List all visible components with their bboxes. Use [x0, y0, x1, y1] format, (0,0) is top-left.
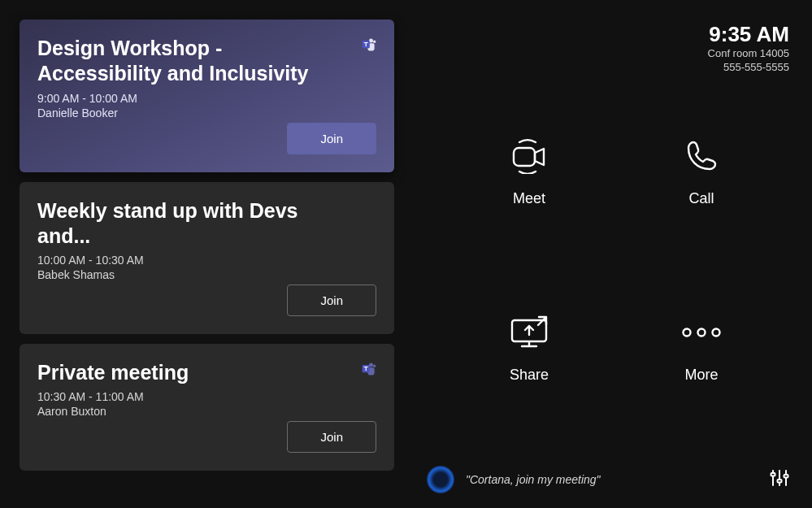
meet-button[interactable]: Meet [451, 137, 607, 207]
svg-rect-11 [771, 473, 775, 476]
room-header: 9:35 AM Conf room 14005 555-555-5555 [708, 23, 789, 75]
action-label: Call [688, 190, 714, 207]
meeting-time: 9:00 AM - 10:00 AM [37, 92, 376, 105]
svg-point-4 [373, 365, 376, 367]
phone-icon [684, 137, 719, 176]
meeting-organizer: Aaron Buxton [37, 405, 376, 418]
svg-point-9 [698, 329, 706, 336]
more-button[interactable]: More [623, 313, 779, 384]
join-button[interactable]: Join [287, 123, 376, 154]
join-button[interactable]: Join [287, 284, 376, 316]
more-icon [680, 313, 723, 352]
svg-rect-13 [784, 475, 788, 478]
meeting-card[interactable]: Private meeting 10:30 AM - 11:00 AM Aaro… [20, 344, 394, 471]
action-label: Share [510, 367, 549, 384]
share-screen-icon [509, 313, 549, 352]
meeting-title: Design Workshop - Accessibility and Incl… [37, 36, 347, 87]
teams-icon [360, 36, 378, 54]
share-button[interactable]: Share [451, 313, 607, 384]
room-phone: 555-555-5555 [708, 60, 789, 75]
action-label: Meet [513, 190, 545, 207]
cortana-hint: "Cortana, join my meeting" [466, 473, 601, 486]
meeting-title: Private meeting [37, 360, 347, 385]
sliders-icon [770, 469, 789, 487]
meeting-time: 10:30 AM - 11:00 AM [37, 390, 376, 403]
meeting-card[interactable]: Weekly stand up with Devs and... 10:00 A… [20, 182, 394, 335]
meeting-card[interactable]: Design Workshop - Accessibility and Incl… [20, 20, 394, 172]
action-label: More [684, 367, 718, 384]
svg-rect-12 [778, 480, 782, 483]
room-name: Conf room 14005 [708, 46, 789, 61]
video-camera-icon [508, 137, 550, 176]
meeting-list: Design Workshop - Accessibility and Incl… [0, 0, 402, 508]
call-button[interactable]: Call [623, 137, 779, 207]
svg-point-10 [713, 329, 720, 336]
meeting-organizer: Babek Shamas [37, 268, 376, 281]
meeting-title: Weekly stand up with Devs and... [37, 198, 347, 250]
meeting-organizer: Danielle Booker [37, 106, 376, 119]
cortana-icon[interactable] [427, 466, 454, 493]
svg-point-8 [684, 329, 691, 336]
meeting-time: 10:00 AM - 10:30 AM [37, 254, 376, 267]
settings-button[interactable] [766, 466, 792, 493]
teams-icon [360, 360, 378, 378]
svg-point-1 [373, 41, 376, 43]
clock: 9:35 AM [708, 23, 789, 46]
join-button[interactable]: Join [287, 421, 376, 453]
svg-rect-6 [514, 148, 535, 166]
